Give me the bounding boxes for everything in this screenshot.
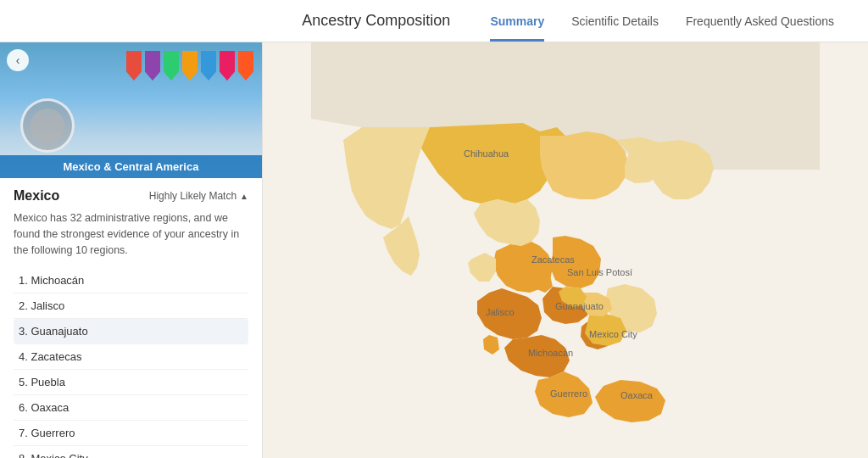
papel-piece: [145, 51, 160, 81]
tab-faq[interactable]: Frequently Asked Questions: [686, 0, 834, 42]
region-description: Mexico has 32 administrative regions, an…: [0, 210, 262, 268]
papel-piece: [182, 51, 198, 81]
list-item[interactable]: 4. Zacatecas: [14, 344, 248, 370]
region-name: Mexico: [14, 188, 59, 204]
papel-piece: [164, 51, 179, 81]
list-item[interactable]: 8. Mexico City: [14, 446, 248, 458]
list-item[interactable]: 1. Michoacán: [14, 268, 248, 293]
main-content: ‹ Mexico & Central America Mexico Highly…: [0, 42, 868, 458]
papel-piece: [126, 51, 142, 81]
papel-picado: [126, 51, 253, 81]
region-list: 1. Michoacán2. Jalisco3. Guanajuato4. Za…: [0, 268, 262, 458]
sidebar: ‹ Mexico & Central America Mexico Highly…: [0, 42, 263, 458]
map-area: Chihuahua Zacatecas San Luis Potosí Jali…: [263, 42, 868, 458]
coahuila-region: [540, 131, 629, 199]
avatar-inner: [31, 109, 64, 142]
list-item[interactable]: 6. Oaxaca: [14, 395, 248, 421]
region-header: Mexico Highly Likely Match ▲: [0, 178, 262, 210]
papel-piece: [220, 51, 235, 81]
nav-tabs: Summary Scientific Details Frequently As…: [490, 0, 834, 42]
list-item[interactable]: 3. Guanajuato: [14, 319, 248, 344]
chevron-left-icon: ‹: [16, 53, 20, 67]
tab-summary[interactable]: Summary: [490, 0, 544, 42]
tab-scientific[interactable]: Scientific Details: [571, 0, 659, 42]
banner-image: ‹ Mexico & Central America: [0, 42, 262, 178]
back-button[interactable]: ‹: [7, 49, 29, 71]
match-label: Highly Likely Match: [149, 190, 236, 202]
banner-label: Mexico & Central America: [0, 155, 262, 178]
chevron-up-icon: ▲: [240, 192, 248, 201]
list-item[interactable]: 7. Guerrero: [14, 421, 248, 446]
list-item[interactable]: 2. Jalisco: [14, 293, 248, 319]
puebla-region: [585, 314, 626, 346]
avatar: [20, 98, 75, 153]
map-svg: Chihuahua Zacatecas San Luis Potosí Jali…: [263, 42, 868, 458]
papel-piece: [201, 51, 216, 81]
page-title: Ancestry Composition: [262, 12, 490, 30]
match-badge: Highly Likely Match ▲: [149, 190, 248, 202]
header: Ancestry Composition Summary Scientific …: [0, 0, 868, 42]
list-item[interactable]: 5. Puebla: [14, 370, 248, 395]
papel-piece: [238, 51, 253, 81]
